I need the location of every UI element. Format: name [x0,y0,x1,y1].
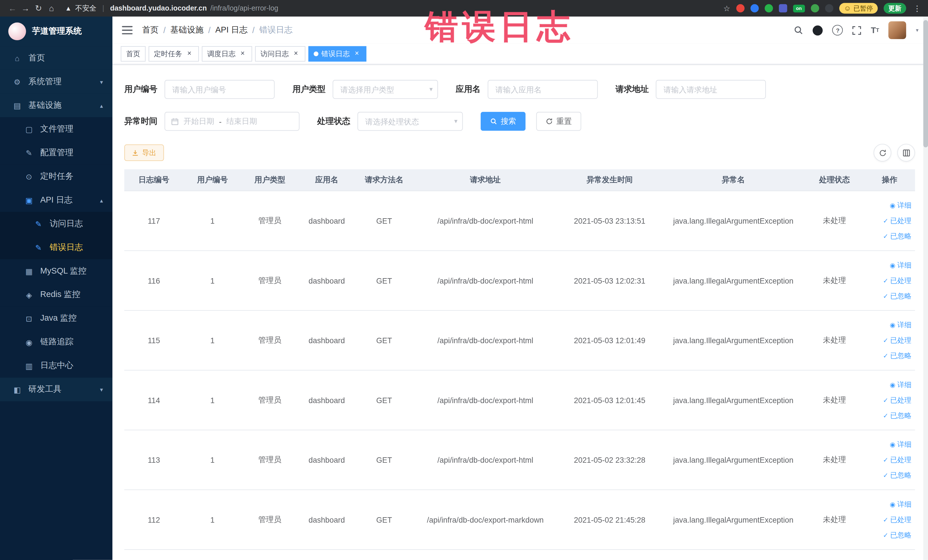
address-bar[interactable]: ▲ 不安全 | dashboard.yudao.iocoder.cn/infra… [65,3,716,13]
hamburger-icon[interactable] [122,26,132,34]
column-header: 异常名 [662,175,805,185]
extension-on-badge[interactable]: on [793,5,805,12]
end-date-placeholder: 结束日期 [226,116,257,127]
ignored-link[interactable]: ✓已忽略 [864,407,911,423]
detail-link[interactable]: ◉详细 [864,377,911,392]
reload-icon[interactable]: ↻ [32,3,45,13]
chrome-menu-icon[interactable]: ⋮ [912,4,922,12]
update-button[interactable]: 更新 [884,3,906,14]
ignored-link[interactable]: ✓已忽略 [864,288,911,304]
processed-link[interactable]: ✓已处理 [864,452,911,468]
tab-label: 首页 [126,49,140,59]
close-icon[interactable]: × [353,50,361,58]
user-avatar[interactable] [888,21,906,39]
sidebar-item-label: 访问日志 [50,218,83,229]
scrollbar-thumb[interactable] [923,20,928,148]
ignored-link[interactable]: ✓已忽略 [864,348,911,363]
sidebar-item[interactable]: ◉链路追踪 [0,330,112,354]
forward-icon[interactable]: → [19,3,32,13]
sidebar-item[interactable]: ⌂首页 [0,46,112,70]
sidebar-item[interactable]: ⊡Java 监控 [0,307,112,330]
processed-link[interactable]: ✓已处理 [864,512,911,528]
extension-grid-icon[interactable] [779,4,787,12]
cell-exception-time: 2021-05-03 12:02:31 [557,276,662,285]
detail-link[interactable]: ◉详细 [864,198,911,213]
cell-method: GET [355,455,413,464]
column-settings-button[interactable] [897,144,915,162]
ignored-link[interactable]: ✓已忽略 [864,468,911,483]
close-icon[interactable]: × [185,50,194,58]
user-id-input[interactable] [165,80,275,99]
process-status-select[interactable] [357,112,463,131]
start-date-placeholder: 开始日期 [183,116,214,127]
cell-status: 未处理 [805,275,864,286]
sidebar-item[interactable]: ▦MySQL 监控 [0,259,112,283]
ignored-link[interactable]: ✓已忽略 [864,229,911,244]
search-icon[interactable] [794,25,803,35]
sidebar-item[interactable]: ▤基础设施▴ [0,93,112,117]
cell-user-type: 管理员 [241,215,298,226]
detail-link[interactable]: ◉详细 [864,497,911,512]
help-icon[interactable]: ? [832,25,843,35]
ignored-link[interactable]: ✓已忽略 [864,528,911,543]
extension-tree-icon[interactable] [811,4,819,12]
request-url-input[interactable] [656,80,766,99]
close-icon[interactable]: × [292,50,300,58]
sidebar-item[interactable]: ✎访问日志 [0,212,112,236]
sidebar-item[interactable]: ⊙定时任务 [0,165,112,188]
sidebar-item-label: Redis 监控 [40,290,80,300]
refresh-button[interactable] [873,144,891,162]
cell-exception-time: 2021-05-03 12:01:49 [557,336,662,345]
processed-link[interactable]: ✓已处理 [864,333,911,348]
bookmark-star-icon[interactable]: ☆ [723,4,730,12]
chevron-down-icon[interactable]: ▾ [916,27,919,33]
extension-red-icon[interactable] [736,4,744,12]
app-name-input[interactable] [488,80,598,99]
row-actions: ◉详细✓已处理✓已忽略 [864,437,915,483]
extension-blue-icon[interactable] [750,4,759,12]
search-button[interactable]: 搜索 [481,112,526,131]
sidebar-item-label: 研发工具 [29,384,62,395]
sidebar-item[interactable]: ✎错误日志 [0,236,112,259]
breadcrumb-item[interactable]: 基础设施 [170,25,203,35]
close-icon[interactable]: × [238,50,247,58]
sidebar-item[interactable]: ✎配置管理 [0,141,112,165]
tab[interactable]: 访问日志× [255,46,305,62]
processed-link[interactable]: ✓已处理 [864,213,911,229]
processed-link[interactable]: ✓已处理 [864,392,911,408]
extension-paw-icon[interactable] [825,4,833,12]
tab[interactable]: 调度日志× [202,46,252,62]
cell-user-type: 管理员 [241,275,298,286]
sidebar-item[interactable]: ◈Redis 监控 [0,283,112,307]
window-scrollbar[interactable] [923,17,928,560]
sidebar-item-label: 定时任务 [40,171,73,182]
breadcrumb-item[interactable]: 首页 [142,25,159,35]
fullscreen-icon[interactable] [852,26,861,35]
export-button[interactable]: 导出 [124,144,164,161]
processed-link[interactable]: ✓已处理 [864,273,911,288]
sidebar-item[interactable]: ◧研发工具▾ [0,378,112,401]
home-icon[interactable]: ⌂ [45,3,58,13]
tab[interactable]: 错误日志× [308,46,366,62]
tab[interactable]: 定时任务× [149,46,199,62]
detail-link[interactable]: ◉详细 [864,317,911,333]
sidebar-logo[interactable]: 芋道管理系统 [0,17,112,46]
sidebar-item[interactable]: ⚙系统管理▾ [0,70,112,93]
user-type-select[interactable] [333,80,438,99]
font-size-icon[interactable]: TT [871,25,879,35]
topbar-icons: ? TT ▾ [794,21,919,39]
tab[interactable]: 首页 [121,46,145,62]
breadcrumb-item[interactable]: API 日志 [215,25,247,35]
back-icon[interactable]: ← [6,3,19,13]
detail-link[interactable]: ◉详细 [864,257,911,273]
row-actions: ◉详细✓已处理✓已忽略 [864,377,915,423]
github-icon[interactable] [813,25,823,35]
sidebar-item[interactable]: ▢文件管理 [0,117,112,141]
reset-button[interactable]: 重置 [536,112,582,131]
sidebar-item[interactable]: ▥日志中心 [0,354,112,378]
detail-link[interactable]: ◉详细 [864,437,911,452]
paused-badge[interactable]: ☺ 已暂停 [839,3,878,14]
date-range-picker[interactable]: 开始日期 - 结束日期 [165,112,299,131]
extension-green-icon[interactable] [765,4,773,12]
sidebar-item[interactable]: ▣API 日志▴ [0,188,112,212]
